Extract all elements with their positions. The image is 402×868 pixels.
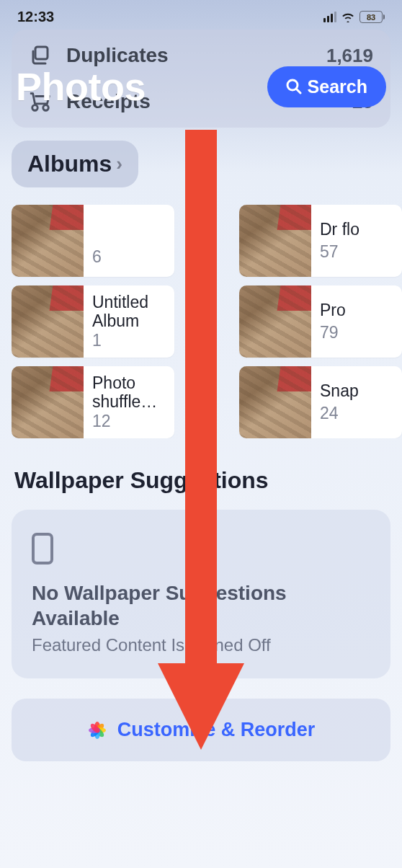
album-title: Untitled Album (92, 293, 166, 328)
svg-point-2 (43, 105, 49, 111)
album-item[interactable]: Untitled Album 1 (12, 285, 174, 358)
phone-icon (32, 533, 53, 564)
duplicates-icon (29, 44, 52, 67)
album-count: 1 (92, 331, 166, 350)
utility-count: 1,619 (326, 45, 373, 67)
photos-app-icon (87, 720, 107, 740)
album-thumbnail (12, 285, 84, 358)
svg-line-4 (296, 89, 300, 94)
battery-percent: 83 (367, 13, 375, 22)
album-count: 79 (320, 323, 393, 342)
status-bar: 12:33 83 (0, 0, 402, 30)
header-region: Duplicates 1,619 Receipts 29 Photos (0, 30, 402, 128)
search-icon (286, 79, 302, 94)
album-item[interactable]: 6 (12, 205, 174, 277)
album-count: 57 (320, 242, 393, 262)
time-label: 12:33 (17, 9, 54, 25)
album-count: 6 (92, 247, 166, 267)
album-item[interactable]: Photo shuffle fo… 12 (12, 366, 174, 438)
cellular-signal-icon (323, 12, 336, 22)
album-thumbnail (12, 205, 84, 277)
wifi-icon (341, 12, 355, 22)
status-indicators: 83 (323, 11, 385, 23)
wallpaper-heading: Wallpaper Suggestions (12, 467, 390, 494)
album-count: 24 (320, 404, 393, 423)
album-item[interactable]: Dr flo 57 (239, 205, 402, 277)
albums-section: Albums › 6 Dr flo 57 Un (12, 141, 390, 438)
album-thumbnail (239, 285, 311, 358)
album-count: 12 (92, 412, 166, 431)
receipts-icon (29, 90, 52, 113)
battery-indicator: 83 (359, 11, 385, 23)
svg-point-1 (32, 105, 38, 111)
wallpaper-empty-title: No Wallpaper Suggestions Available (32, 580, 370, 631)
svg-rect-0 (35, 47, 48, 59)
album-thumbnail (239, 366, 311, 438)
album-title: Pro (320, 301, 393, 319)
album-item[interactable]: Snap 24 (239, 366, 402, 438)
chevron-right-icon: › (116, 153, 122, 175)
album-title: Dr flo (320, 220, 393, 239)
customize-row: Customize & Reorder (12, 699, 390, 761)
album-title: Snap (320, 381, 393, 400)
customize-reorder-button[interactable]: Customize & Reorder (12, 699, 390, 761)
albums-heading: Albums (27, 151, 112, 177)
search-button[interactable]: Search (267, 66, 386, 107)
wallpaper-empty-subtitle: Featured Content Is Turned Off (32, 635, 370, 655)
album-title: Photo shuffle fo… (92, 373, 166, 409)
album-thumbnail (239, 205, 311, 277)
album-item[interactable]: Pro 79 (239, 285, 402, 358)
search-label: Search (308, 76, 367, 97)
utility-label: Duplicates (66, 44, 169, 67)
albums-grid: 6 Dr flo 57 Untitled Album 1 (12, 205, 402, 438)
wallpaper-section: Wallpaper Suggestions No Wallpaper Sugge… (12, 467, 390, 678)
album-thumbnail (12, 366, 84, 438)
customize-label: Customize & Reorder (117, 719, 316, 741)
utility-label: Receipts (66, 90, 151, 113)
albums-header-button[interactable]: Albums › (12, 141, 138, 187)
wallpaper-empty-card: No Wallpaper Suggestions Available Featu… (12, 510, 390, 678)
